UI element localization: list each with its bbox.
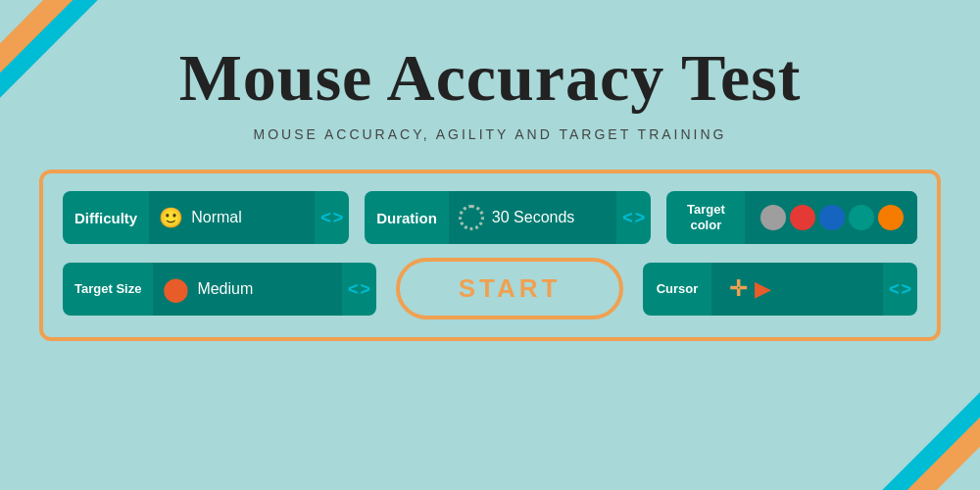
target-size-label: Target Size <box>63 281 153 296</box>
panel-row-1: Difficulty 🙂 Normal < > Duration 30 Seco… <box>63 191 917 244</box>
target-size-icon: ⬤ <box>163 275 189 303</box>
cursor-label: Cursor <box>643 281 711 296</box>
duration-value: 30 Seconds <box>492 209 575 226</box>
corner-decoration-br <box>872 382 980 490</box>
cursor-arrows: < > <box>883 280 917 298</box>
color-dot-gray[interactable] <box>760 205 786 230</box>
difficulty-widget: Difficulty 🙂 Normal < > <box>63 191 349 244</box>
target-size-next-arrow[interactable]: > <box>360 280 370 298</box>
duration-label: Duration <box>365 210 449 226</box>
color-dot-red[interactable] <box>790 205 815 230</box>
target-color-widget: Target color < > <box>666 191 917 244</box>
difficulty-icon: 🙂 <box>159 206 183 229</box>
settings-panel: Difficulty 🙂 Normal < > Duration 30 Seco… <box>39 170 941 341</box>
cursor-value-area: ✛ ▶ <box>711 263 883 316</box>
duration-prev-arrow[interactable]: < <box>622 209 633 226</box>
start-button-container: START <box>392 258 627 319</box>
color-dots-container <box>755 205 909 230</box>
duration-arrows: < > <box>616 209 651 226</box>
cursor-icons-container: ✛ ▶ <box>721 276 779 302</box>
duration-value-area: 30 Seconds <box>449 191 616 244</box>
corner-decoration-tl <box>0 0 108 108</box>
difficulty-value: Normal <box>191 209 242 226</box>
cursor-next-arrow[interactable]: > <box>901 280 911 298</box>
target-size-value-area: ⬤ Medium <box>153 263 342 316</box>
cursor-prev-arrow[interactable]: < <box>889 280 900 298</box>
difficulty-label: Difficulty <box>63 210 149 226</box>
color-dot-orange[interactable] <box>878 205 904 230</box>
cursor-crosshair-icon: ✛ <box>729 276 747 302</box>
page-subtitle: MOUSE ACCURACY, AGILITY AND TARGET TRAIN… <box>254 126 727 142</box>
difficulty-arrows: < > <box>315 209 349 226</box>
cursor-widget: Cursor ✛ ▶ < > <box>643 263 917 316</box>
color-dot-teal[interactable] <box>849 205 874 230</box>
difficulty-prev-arrow[interactable]: < <box>320 209 331 226</box>
panel-row-2: Target Size ⬤ Medium < > START Cursor <box>63 258 917 319</box>
duration-next-arrow[interactable]: > <box>635 209 646 226</box>
target-size-arrows: < > <box>342 280 376 298</box>
target-size-value: Medium <box>197 280 253 298</box>
duration-widget: Duration 30 Seconds < > <box>365 191 651 244</box>
duration-icon <box>459 205 484 230</box>
target-color-label: Target color <box>666 198 745 236</box>
target-color-value-area <box>745 191 917 244</box>
page-title: Mouse Accuracy Test <box>179 39 802 117</box>
difficulty-value-area: 🙂 Normal <box>149 191 315 244</box>
target-size-widget: Target Size ⬤ Medium < > <box>63 263 376 316</box>
target-size-prev-arrow[interactable]: < <box>348 280 359 298</box>
difficulty-next-arrow[interactable]: > <box>333 209 344 226</box>
color-dot-blue[interactable] <box>819 205 845 230</box>
start-button[interactable]: START <box>396 258 624 319</box>
cursor-arrow-icon: ▶ <box>755 276 771 302</box>
